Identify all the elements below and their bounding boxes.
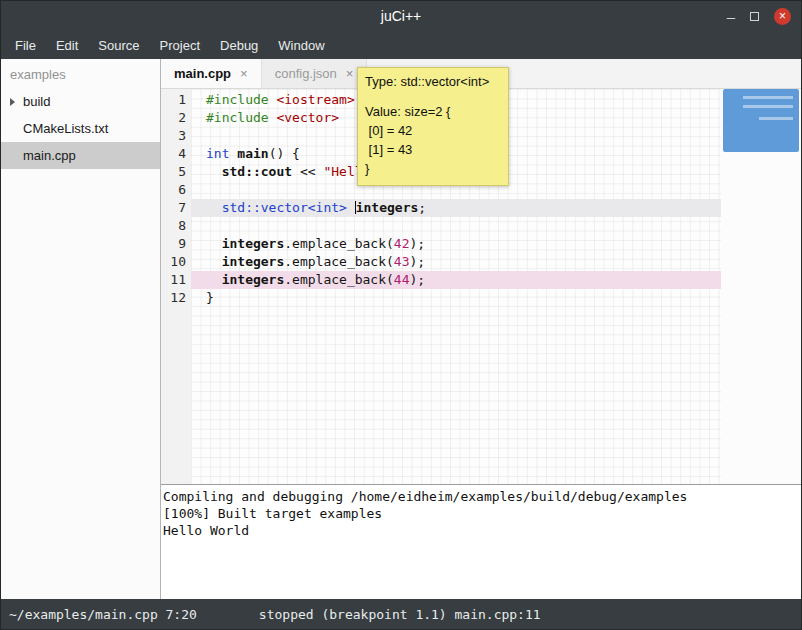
line-number-gutter[interactable]: 123456789101112	[161, 89, 191, 484]
line-number[interactable]: 3	[161, 127, 191, 145]
line-number[interactable]: 10	[161, 253, 191, 271]
code-token: }	[206, 290, 214, 305]
code-token	[347, 200, 355, 215]
line-number[interactable]: 1	[161, 91, 191, 109]
tooltip-value-line: [0] = 42	[365, 121, 501, 140]
tab-main-cpp[interactable]: main.cpp×	[161, 59, 262, 88]
minimap-marks	[743, 105, 793, 108]
code-token: 42	[394, 236, 410, 251]
console-line: [100%] Built target examples	[163, 505, 799, 522]
code-token: .emplace_back(	[284, 254, 394, 269]
line-number[interactable]: 7	[161, 199, 191, 217]
minimap-thumb[interactable]	[723, 89, 799, 152]
console-line: Compiling and debugging /home/eidheim/ex…	[163, 488, 799, 505]
code-token: main	[237, 146, 268, 161]
code-token: #include	[206, 92, 269, 107]
sidebar: examples buildCMakeLists.txtmain.cpp	[1, 59, 161, 599]
code-token: <<	[292, 164, 323, 179]
tooltip-value-line: [1] = 43	[365, 140, 501, 159]
minimap-marks	[759, 117, 793, 120]
line-number[interactable]: 12	[161, 289, 191, 307]
line-number[interactable]: 2	[161, 109, 191, 127]
tooltip-value-line: Value: size=2 {	[365, 102, 501, 121]
debug-value-tooltip: Type: std::vector<int> Value: size=2 { […	[357, 67, 509, 186]
console-panel[interactable]: Compiling and debugging /home/eidheim/ex…	[161, 484, 801, 599]
minimize-button[interactable]: –	[727, 9, 735, 24]
code-token: integers	[222, 272, 285, 287]
code-token: .emplace_back(	[284, 236, 394, 251]
code-token: );	[410, 272, 426, 287]
code-token: );	[410, 236, 426, 251]
code-token: () {	[269, 146, 300, 161]
tree-item-main-cpp[interactable]: main.cpp	[1, 142, 160, 169]
code-line[interactable]: std::vector<int> integers;	[191, 199, 721, 217]
code-token	[206, 236, 222, 251]
code-token: integers	[222, 236, 285, 251]
maximize-button[interactable]	[750, 12, 759, 21]
app-window: juCi++ – × FileEditSourceProjectDebugWin…	[0, 0, 802, 630]
code-token: ;	[418, 200, 426, 215]
code-token	[206, 254, 222, 269]
status-debug-state: stopped (breakpoint 1.1) main.cpp:11	[259, 607, 541, 622]
menu-item-source[interactable]: Source	[88, 33, 149, 58]
line-number[interactable]: 4	[161, 145, 191, 163]
status-bar: ~/examples/main.cpp 7:20 stopped (breakp…	[1, 599, 801, 629]
code-token	[206, 272, 222, 287]
file-tree: buildCMakeLists.txtmain.cpp	[1, 88, 160, 169]
line-number[interactable]: 5	[161, 163, 191, 181]
close-button[interactable]: ×	[774, 8, 791, 25]
tree-item-label: main.cpp	[23, 148, 76, 163]
tab-label: config.json	[275, 66, 337, 81]
console-line: Hello World	[163, 522, 799, 539]
tree-item-build[interactable]: build	[1, 88, 160, 115]
code-token	[206, 200, 222, 215]
menu-item-edit[interactable]: Edit	[46, 33, 88, 58]
window-title: juCi++	[1, 8, 801, 24]
status-cursor-location: ~/examples/main.cpp 7:20	[9, 607, 197, 622]
minimap-marks	[743, 96, 793, 99]
project-name-header: examples	[1, 59, 160, 88]
tooltip-value-line: }	[365, 159, 501, 178]
code-line[interactable]: integers.emplace_back(44);	[191, 271, 721, 289]
tree-item-label: CMakeLists.txt	[23, 121, 108, 136]
line-number[interactable]: 6	[161, 181, 191, 199]
code-token: );	[410, 254, 426, 269]
code-line[interactable]: }	[191, 289, 721, 307]
code-token: int	[206, 146, 229, 161]
code-token: #include	[206, 110, 269, 125]
overview-scrollbar[interactable]	[721, 89, 801, 484]
line-number[interactable]: 8	[161, 217, 191, 235]
code-token: .emplace_back(	[284, 272, 394, 287]
menu-item-project[interactable]: Project	[150, 33, 210, 58]
tab-config-json[interactable]: config.json×	[262, 59, 368, 88]
tab-close-icon[interactable]: ×	[240, 66, 248, 81]
code-line[interactable]: integers.emplace_back(43);	[191, 253, 721, 271]
line-number[interactable]: 9	[161, 235, 191, 253]
tree-item-cmakelists-txt[interactable]: CMakeLists.txt	[1, 115, 160, 142]
expander-icon[interactable]	[10, 98, 15, 106]
code-token: integers	[356, 200, 419, 215]
main-area: examples buildCMakeLists.txtmain.cpp mai…	[1, 59, 801, 599]
code-token: 43	[394, 254, 410, 269]
menu-item-window[interactable]: Window	[268, 33, 334, 58]
code-line[interactable]: integers.emplace_back(42);	[191, 235, 721, 253]
menu-item-file[interactable]: File	[5, 33, 46, 58]
line-number[interactable]: 11	[161, 271, 191, 289]
code-token: <iostream>	[276, 92, 354, 107]
code-token: std::vector<int>	[222, 200, 347, 215]
code-token	[206, 164, 222, 179]
code-line[interactable]	[191, 217, 721, 235]
tooltip-value: Value: size=2 { [0] = 42 [1] = 43}	[365, 102, 501, 178]
window-controls: – ×	[727, 1, 791, 31]
code-token: integers	[222, 254, 285, 269]
code-token: <vector>	[276, 110, 339, 125]
menu-item-debug[interactable]: Debug	[210, 33, 268, 58]
menubar: FileEditSourceProjectDebugWindow	[1, 31, 801, 59]
code-token: std::cout	[222, 164, 292, 179]
code-token: 44	[394, 272, 410, 287]
tree-item-label: build	[23, 94, 50, 109]
tooltip-type-line: Type: std::vector<int>	[365, 73, 501, 90]
titlebar: juCi++ – ×	[1, 1, 801, 31]
tab-close-icon[interactable]: ×	[346, 66, 354, 81]
tab-label: main.cpp	[174, 66, 231, 81]
